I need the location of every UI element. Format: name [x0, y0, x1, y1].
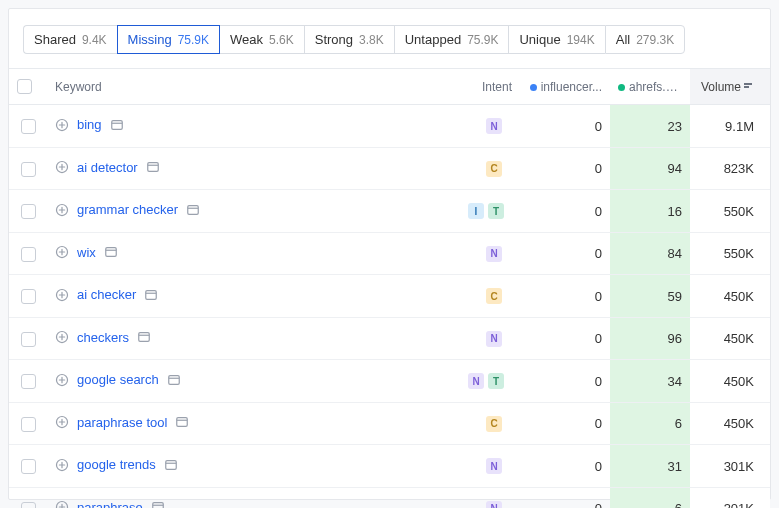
intent-badge-i[interactable]: I	[468, 203, 484, 219]
tab-label: Unique	[519, 32, 560, 47]
serp-icon[interactable]	[175, 415, 189, 429]
dot-icon	[618, 84, 625, 91]
table-row: ai detectorC094823K	[9, 147, 770, 190]
serp-icon[interactable]	[137, 330, 151, 344]
intent-badge-n[interactable]: N	[486, 246, 502, 262]
influencer-value: 0	[520, 445, 610, 488]
keyword-cell: google search	[55, 372, 181, 387]
add-icon[interactable]	[55, 415, 69, 429]
keyword-link[interactable]: ai detector	[77, 160, 138, 175]
add-icon[interactable]	[55, 203, 69, 217]
keyword-link[interactable]: google trends	[77, 457, 156, 472]
row-checkbox[interactable]	[21, 459, 36, 474]
keyword-link[interactable]: google search	[77, 372, 159, 387]
serp-icon[interactable]	[110, 118, 124, 132]
intent-badges: IT	[468, 203, 504, 219]
tab-count: 9.4K	[82, 33, 107, 47]
serp-icon[interactable]	[146, 160, 160, 174]
serp-icon[interactable]	[151, 500, 165, 508]
intent-badge-t[interactable]: T	[488, 203, 504, 219]
intent-badge-c[interactable]: C	[486, 288, 502, 304]
keyword-cell: paraphrase tool	[55, 415, 189, 430]
add-icon[interactable]	[55, 330, 69, 344]
add-icon[interactable]	[55, 500, 69, 508]
serp-icon[interactable]	[144, 288, 158, 302]
ahrefs-value: 6	[610, 402, 690, 445]
serp-icon[interactable]	[167, 373, 181, 387]
intent-badge-n[interactable]: N	[468, 373, 484, 389]
row-checkbox[interactable]	[21, 502, 36, 508]
tab-shared[interactable]: Shared9.4K	[23, 25, 117, 54]
tab-missing[interactable]: Missing75.9K	[117, 25, 220, 54]
intent-badges: N	[486, 331, 502, 347]
serp-icon[interactable]	[104, 245, 118, 259]
keyword-cell: wix	[55, 245, 118, 260]
tab-weak[interactable]: Weak5.6K	[220, 25, 304, 54]
add-icon[interactable]	[55, 118, 69, 132]
row-checkbox[interactable]	[21, 247, 36, 262]
keyword-link[interactable]: bing	[77, 117, 102, 132]
volume-value: 301K	[690, 487, 770, 508]
column-volume[interactable]: Volume	[690, 69, 770, 105]
volume-value: 450K	[690, 275, 770, 318]
column-influencer[interactable]: influencer...	[520, 69, 610, 105]
intent-badge-n[interactable]: N	[486, 458, 502, 474]
serp-icon[interactable]	[164, 458, 178, 472]
tab-strong[interactable]: Strong3.8K	[304, 25, 394, 54]
keyword-link[interactable]: grammar checker	[77, 202, 178, 217]
keyword-link[interactable]: paraphrase tool	[77, 415, 167, 430]
column-intent[interactable]: Intent	[460, 69, 520, 105]
tab-unique[interactable]: Unique194K	[508, 25, 604, 54]
keyword-link[interactable]: paraphrase	[77, 500, 143, 508]
keyword-link[interactable]: wix	[77, 245, 96, 260]
row-checkbox[interactable]	[21, 332, 36, 347]
volume-value: 9.1M	[690, 105, 770, 148]
intent-badge-n[interactable]: N	[486, 501, 502, 508]
keyword-link[interactable]: checkers	[77, 330, 129, 345]
row-checkbox[interactable]	[21, 119, 36, 134]
keywords-table: Keyword Intent influencer... ahrefs.com …	[9, 68, 770, 508]
row-checkbox[interactable]	[21, 204, 36, 219]
tab-all[interactable]: All279.3K	[605, 25, 686, 54]
row-checkbox[interactable]	[21, 162, 36, 177]
row-checkbox[interactable]	[21, 374, 36, 389]
add-icon[interactable]	[55, 373, 69, 387]
ahrefs-value: 96	[610, 317, 690, 360]
intent-badges: N	[486, 246, 502, 262]
keyword-link[interactable]: ai checker	[77, 287, 136, 302]
tab-count: 3.8K	[359, 33, 384, 47]
add-icon[interactable]	[55, 288, 69, 302]
table-row: google searchNT034450K	[9, 360, 770, 403]
add-icon[interactable]	[55, 458, 69, 472]
table-row: wixN084550K	[9, 232, 770, 275]
intent-badge-n[interactable]: N	[486, 118, 502, 134]
keyword-cell: paraphrase	[55, 500, 165, 508]
table-row: paraphrase toolC06450K	[9, 402, 770, 445]
add-icon[interactable]	[55, 160, 69, 174]
row-checkbox[interactable]	[21, 417, 36, 432]
volume-value: 450K	[690, 360, 770, 403]
row-checkbox[interactable]	[21, 289, 36, 304]
intent-badge-n[interactable]: N	[486, 331, 502, 347]
add-icon[interactable]	[55, 245, 69, 259]
intent-badges: C	[486, 161, 502, 177]
keyword-cell: ai checker	[55, 287, 158, 302]
intent-badge-t[interactable]: T	[488, 373, 504, 389]
tab-label: Weak	[230, 32, 263, 47]
influencer-value: 0	[520, 487, 610, 508]
ahrefs-value: 23	[610, 105, 690, 148]
keyword-cell: grammar checker	[55, 202, 200, 217]
intent-badge-c[interactable]: C	[486, 416, 502, 432]
column-keyword[interactable]: Keyword	[47, 69, 460, 105]
ahrefs-value: 6	[610, 487, 690, 508]
serp-icon[interactable]	[186, 203, 200, 217]
sort-desc-icon	[744, 83, 754, 91]
intent-badge-c[interactable]: C	[486, 161, 502, 177]
tab-count: 75.9K	[178, 33, 209, 47]
tab-label: Untapped	[405, 32, 461, 47]
ahrefs-value: 94	[610, 147, 690, 190]
intent-badges: N	[486, 118, 502, 134]
select-all-checkbox[interactable]	[17, 79, 32, 94]
tab-untapped[interactable]: Untapped75.9K	[394, 25, 509, 54]
column-ahrefs[interactable]: ahrefs.com	[610, 69, 690, 105]
